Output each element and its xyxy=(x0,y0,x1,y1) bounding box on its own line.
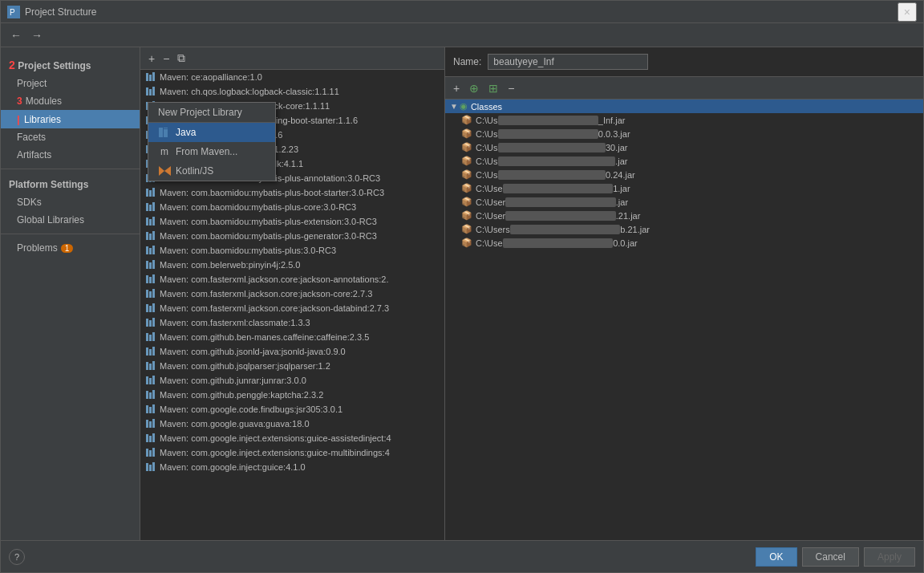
main-content: 2 Project Settings Project 3Modules | Li… xyxy=(1,47,923,540)
list-item[interactable]: Maven: com.google.inject:guice:4.1.0 xyxy=(140,460,444,474)
sidebar-item-modules[interactable]: 3Modules xyxy=(1,92,140,110)
bottom-bar: ? OK Cancel Apply xyxy=(1,540,923,572)
ok-button[interactable]: OK xyxy=(756,547,796,567)
classes-node[interactable]: ▼ ◉ Classes xyxy=(445,100,923,113)
svg-rect-49 xyxy=(152,289,155,298)
remove-library-button[interactable]: − xyxy=(160,51,172,67)
cancel-button[interactable]: Cancel xyxy=(802,547,859,567)
list-item[interactable]: Maven: ch.qos.logback:logback-classic:1.… xyxy=(140,84,444,99)
svg-rect-68 xyxy=(146,391,148,399)
apply-button[interactable]: Apply xyxy=(864,547,915,567)
list-item[interactable]: Maven: com.baomidou:mybatis-plus-generat… xyxy=(140,229,444,243)
sidebar-item-project[interactable]: Project xyxy=(1,75,140,92)
add-item-button[interactable]: ⊕ xyxy=(466,80,482,96)
list-item[interactable]: Maven: com.fasterxml.jackson.core:jackso… xyxy=(140,301,444,315)
list-item[interactable]: Maven: com.google.inject.extensions:guic… xyxy=(140,445,444,460)
svg-rect-37 xyxy=(152,231,155,240)
svg-rect-38 xyxy=(146,246,148,254)
maven-icon xyxy=(145,317,156,328)
dropdown-item-java[interactable]: Java xyxy=(148,123,275,142)
help-button[interactable]: ? xyxy=(9,549,25,565)
list-item[interactable]: Maven: com.github.junrar:junrar:3.0.0 xyxy=(140,373,444,388)
svg-rect-32 xyxy=(146,217,148,226)
svg-rect-40 xyxy=(152,246,155,254)
list-item[interactable]: Maven: com.fasterxml.jackson.core:jackso… xyxy=(140,286,444,301)
svg-rect-45 xyxy=(149,277,152,283)
list-item[interactable]: Maven: com.github.penggle:kaptcha:2.3.2 xyxy=(140,388,444,402)
tree-row[interactable]: 📦 C:\User .21.jar xyxy=(445,209,923,222)
copy-library-button[interactable]: ⧉ xyxy=(174,50,188,67)
dropdown-item-maven[interactable]: m From Maven... xyxy=(148,142,275,161)
dropdown-item-kotlin[interactable]: Kotlin/JS xyxy=(148,161,275,181)
svg-rect-78 xyxy=(149,436,152,442)
sidebar-item-sdks[interactable]: SDKs xyxy=(1,193,140,211)
title-bar-text: Project Structure xyxy=(25,6,898,18)
sidebar-item-global-libraries[interactable]: Global Libraries xyxy=(1,211,140,229)
list-item[interactable]: Maven: com.github.jsqlparser:jsqlparser:… xyxy=(140,359,444,373)
svg-rect-2 xyxy=(146,73,148,81)
add-library-button[interactable]: + xyxy=(145,51,158,67)
list-item[interactable]: Maven: com.google.code.findbugs:jsr305:3… xyxy=(140,402,444,417)
tree-row[interactable]: 📦 C:\Us 30.jar xyxy=(445,140,923,154)
list-item[interactable]: Maven: com.fasterxml:classmate:1.3.3 xyxy=(140,315,444,330)
svg-rect-5 xyxy=(146,87,148,96)
add-class-button[interactable]: + xyxy=(450,80,463,96)
maven-icon xyxy=(145,274,156,285)
maven-icon xyxy=(145,259,156,270)
svg-rect-39 xyxy=(149,248,152,254)
sidebar-item-facets[interactable]: Facets xyxy=(1,128,140,146)
tree-row[interactable]: 📦 C:\Users b.21.jar xyxy=(445,222,923,236)
sidebar-item-problems[interactable]: Problems 1 xyxy=(1,239,140,257)
tree-row[interactable]: 📦 C:\User .jar xyxy=(445,195,923,209)
maven-icon xyxy=(145,71,156,83)
name-input[interactable] xyxy=(488,54,648,70)
maven-icon xyxy=(145,404,156,415)
forward-button[interactable]: → xyxy=(28,27,46,43)
svg-rect-55 xyxy=(152,318,155,327)
tree-row[interactable]: 📦 C:\Us .jar xyxy=(445,154,923,168)
dropdown-header: New Project Library xyxy=(148,103,275,123)
project-structure-window: P Project Structure × ← → 2 Project Sett… xyxy=(0,0,924,573)
svg-rect-50 xyxy=(146,304,148,312)
jar-icon: 📦 xyxy=(461,156,472,166)
svg-rect-27 xyxy=(149,190,152,197)
svg-rect-54 xyxy=(149,320,152,327)
svg-rect-28 xyxy=(152,188,155,197)
maven-dropdown-icon: m xyxy=(158,146,171,157)
back-button[interactable]: ← xyxy=(7,27,25,43)
svg-rect-79 xyxy=(152,433,155,442)
tree-row[interactable]: 📦 C:\Use 1.jar xyxy=(445,181,923,195)
svg-rect-72 xyxy=(149,407,152,413)
list-item[interactable]: Maven: com.github.ben-manes.caffeine:caf… xyxy=(140,330,444,344)
maven-icon xyxy=(145,360,156,372)
list-item[interactable]: Maven: com.baomidou:mybatis-plus-core:3.… xyxy=(140,200,444,214)
list-item[interactable]: Maven: ce:aopalliance:1.0 xyxy=(140,70,444,84)
sidebar-item-artifacts[interactable]: Artifacts xyxy=(1,146,140,164)
list-item[interactable]: Maven: com.baomidou:mybatis-plus:3.0-RC3 xyxy=(140,243,444,258)
maven-icon xyxy=(145,346,156,357)
list-item[interactable]: Maven: com.google.inject.extensions:guic… xyxy=(140,431,444,445)
sidebar-item-libraries[interactable]: | Libraries xyxy=(1,110,140,128)
svg-rect-31 xyxy=(152,202,155,211)
list-item[interactable]: Maven: com.baomidou:mybatis-plus-extensi… xyxy=(140,214,444,229)
list-item[interactable]: Maven: com.google.guava:guava:18.0 xyxy=(140,417,444,431)
list-item[interactable]: Maven: com.belerweb:pinyin4j:2.5.0 xyxy=(140,258,444,272)
annotation-bar: | xyxy=(17,113,20,125)
list-item[interactable]: Maven: com.baomidou:mybatis-plus-boot-st… xyxy=(140,185,444,200)
annotation-2: 2 xyxy=(9,59,15,71)
svg-rect-88 xyxy=(164,128,168,128)
tree-row[interactable]: 📦 C:\Us _Inf.jar xyxy=(445,113,923,127)
sidebar-divider-1 xyxy=(1,169,140,169)
tree-row[interactable]: 📦 C:\Use 0.0.jar xyxy=(445,236,923,250)
tree-row[interactable]: 📦 C:\Us 0.24.jar xyxy=(445,168,923,181)
close-button[interactable]: × xyxy=(898,2,917,22)
add-folder-button[interactable]: ⊞ xyxy=(485,80,501,96)
svg-rect-69 xyxy=(149,392,152,399)
list-item[interactable]: Maven: com.github.jsonld-java:jsonld-jav… xyxy=(140,344,444,359)
svg-rect-53 xyxy=(146,319,148,327)
classes-label: Classes xyxy=(471,102,502,112)
tree-row[interactable]: 📦 C:\Us 0.0.3.jar xyxy=(445,127,923,140)
svg-rect-57 xyxy=(149,335,152,341)
list-item[interactable]: Maven: com.fasterxml.jackson.core:jackso… xyxy=(140,272,444,286)
remove-class-button[interactable]: − xyxy=(505,80,517,96)
